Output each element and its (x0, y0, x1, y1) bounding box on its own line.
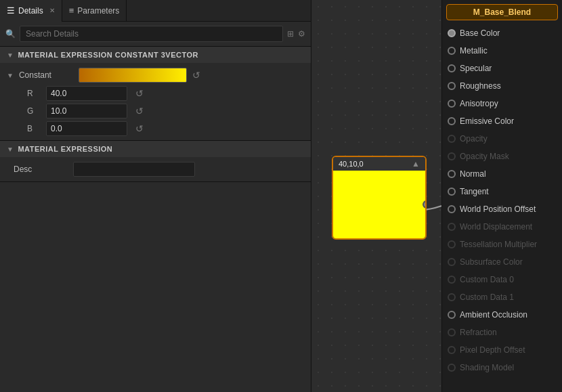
pin-item-opacity-mask: Opacity Mask (442, 148, 562, 165)
pin-label-base-color: Base Color (460, 28, 500, 38)
pin-label-metallic: Metallic (460, 46, 488, 56)
settings-icon[interactable]: ⚙ (298, 29, 305, 39)
pin-item-custom-data-1: Custom Data 1 (442, 288, 562, 306)
pin-circle-emissive-color (448, 117, 456, 125)
desc-row: Desc (0, 160, 311, 179)
pin-circle-normal (448, 170, 456, 178)
pin-item-emissive-color: Emissive Color (442, 112, 562, 130)
material-node-title: M_Base_Blend (446, 4, 558, 20)
pin-label-pixel-depth-offset: Pixel Depth Offset (460, 345, 525, 355)
pin-label-custom-data-1: Custom Data 1 (460, 292, 514, 302)
pin-label-ambient-occlusion: Ambient Occlusion (460, 310, 527, 320)
pin-circle-ambient-occlusion (448, 311, 456, 319)
b-row: B ↺ (0, 120, 311, 137)
search-input[interactable] (20, 26, 283, 42)
details-tab-icon: ☰ (7, 5, 15, 16)
pin-item-ambient-occlusion: Ambient Occlusion (442, 306, 562, 324)
b-label: B (27, 124, 41, 133)
pin-item-shading-model: Shading Model (442, 359, 562, 376)
node-card[interactable]: 40,10,0 ▲ (332, 156, 427, 240)
pin-circle-specular (448, 64, 456, 72)
r-label: R (27, 89, 41, 98)
pin-item-metallic: Metallic (442, 42, 562, 60)
pin-item-tangent: Tangent (442, 183, 562, 200)
right-panel: M_Base_Blend Base ColorMetallicSpecularR… (441, 0, 562, 392)
r-reset[interactable]: ↺ (133, 88, 146, 99)
section1-header[interactable]: ▼ Material Expression Constant 3Vector (0, 47, 311, 63)
section2-content: Desc (0, 157, 311, 181)
pin-circle-base-color (448, 29, 456, 37)
pin-circle-opacity-mask (448, 152, 456, 160)
left-panel: ☰ Details ✕ ≡ Parameters 🔍 ⊞ ⚙ ▼ Materia… (0, 0, 311, 392)
pin-item-custom-data-0: Custom Data 0 (442, 271, 562, 288)
tab-parameters[interactable]: ≡ Parameters (62, 0, 127, 22)
constant-chevron: ▼ (7, 72, 14, 79)
pin-label-roughness: Roughness (460, 81, 501, 91)
pin-circle-tessellation-multiplier (448, 240, 456, 248)
pin-list: Base ColorMetallicSpecularRoughnessAniso… (442, 23, 562, 392)
desc-input[interactable] (73, 162, 195, 177)
pin-label-opacity-mask: Opacity Mask (460, 152, 509, 161)
pin-label-emissive-color: Emissive Color (460, 116, 514, 126)
pin-item-normal: Normal (442, 165, 562, 183)
g-label: G (27, 106, 41, 116)
g-row: G ↺ (0, 102, 311, 120)
pin-circle-refraction (448, 328, 456, 336)
desc-label: Desc (14, 165, 68, 174)
section-material-expression: ▼ Material Expression Desc (0, 141, 311, 182)
g-reset[interactable]: ↺ (133, 106, 146, 116)
pin-item-refraction: Refraction (442, 324, 562, 341)
pin-circle-custom-data-1 (448, 293, 456, 301)
node-output-pin[interactable] (423, 200, 427, 209)
grid-icon[interactable]: ⊞ (287, 29, 294, 39)
details-tab-close[interactable]: ✕ (49, 7, 55, 14)
pin-circle-shading-model (448, 364, 456, 372)
pin-label-world-position-offset: World Position Offset (460, 204, 536, 214)
pin-item-roughness: Roughness (442, 77, 562, 95)
pin-item-subsurface-color: Subsurface Color (442, 253, 562, 271)
node-expand-button[interactable]: ▲ (412, 159, 420, 169)
pin-label-world-displacement: World Displacement (460, 222, 532, 232)
section1-chevron: ▼ (7, 51, 14, 59)
pin-circle-world-displacement (448, 223, 456, 231)
r-input[interactable] (46, 86, 127, 101)
b-input[interactable] (46, 121, 127, 136)
pin-circle-custom-data-0 (448, 276, 456, 284)
g-input[interactable] (46, 104, 127, 118)
tab-details[interactable]: ☰ Details ✕ (0, 0, 62, 22)
pin-label-subsurface-color: Subsurface Color (460, 257, 523, 267)
section2-header[interactable]: ▼ Material Expression (0, 141, 311, 157)
pin-label-anisotropy: Anisotropy (460, 99, 498, 108)
pin-item-anisotropy: Anisotropy (442, 95, 562, 112)
pin-circle-pixel-depth-offset (448, 346, 456, 354)
pin-label-opacity: Opacity (460, 134, 488, 144)
pin-circle-tangent (448, 188, 456, 196)
pin-circle-anisotropy (448, 100, 456, 108)
pin-circle-world-position-offset (448, 205, 456, 213)
node-title: 40,10,0 (339, 160, 364, 168)
constant-value-area: ↺ (79, 68, 304, 83)
parameters-tab-icon: ≡ (69, 5, 74, 16)
constant-label: Constant (19, 70, 73, 80)
details-tab-label: Details (18, 6, 43, 16)
pin-label-tangent: Tangent (460, 187, 489, 196)
pin-item-tessellation-multiplier: Tessellation Multiplier (442, 236, 562, 253)
pin-circle-roughness (448, 82, 456, 90)
r-row: R ↺ (0, 85, 311, 102)
b-reset[interactable]: ↺ (133, 123, 146, 134)
color-swatch[interactable] (79, 68, 187, 83)
pin-item-world-displacement: World Displacement (442, 218, 562, 236)
pin-item-pixel-depth-offset: Pixel Depth Offset (442, 341, 562, 359)
parameters-tab-label: Parameters (77, 6, 119, 16)
pin-label-normal: Normal (460, 169, 486, 179)
canvas-area[interactable]: 40,10,0 ▲ (311, 0, 441, 392)
section1-title: Material Expression Constant 3Vector (18, 51, 198, 59)
constant-reset[interactable]: ↺ (190, 70, 203, 81)
section2-title: Material Expression (18, 145, 112, 153)
pin-item-specular: Specular (442, 60, 562, 77)
node-title-bar: 40,10,0 ▲ (333, 157, 425, 171)
section-constant-3vector: ▼ Material Expression Constant 3Vector ▼… (0, 47, 311, 141)
section2-chevron: ▼ (7, 146, 14, 153)
search-icon: 🔍 (5, 29, 16, 39)
node-preview (333, 171, 425, 238)
